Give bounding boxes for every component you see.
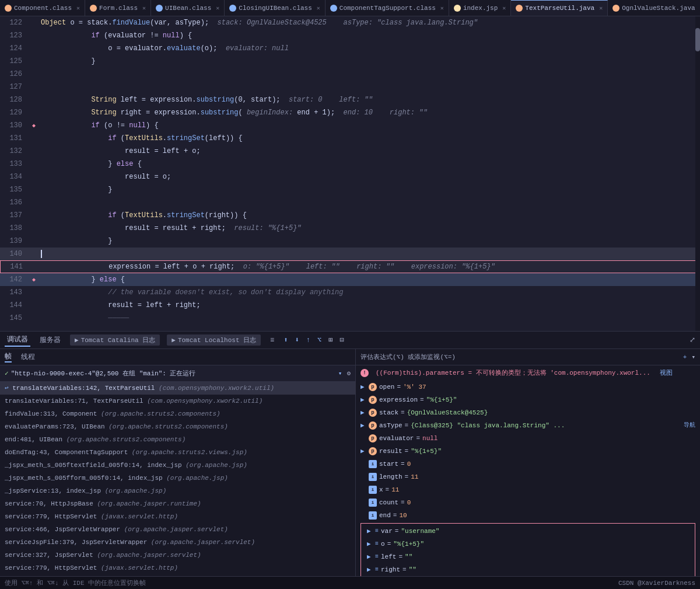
watch-nav-astype[interactable]: 导航: [684, 420, 695, 431]
watch-name-result: result: [379, 446, 402, 456]
code-icon[interactable]: ⌥: [317, 336, 321, 344]
tab-close-index[interactable]: ✕: [502, 5, 506, 12]
frame-item-4[interactable]: end:481, UIBean (org.apache.struts2.comp…: [0, 433, 355, 446]
tab-component[interactable]: Component.class ✕: [0, 0, 85, 16]
watch-add-btn[interactable]: +: [683, 354, 687, 361]
frame-class-11: (org.apache.jasper.servlet): [124, 526, 228, 533]
watch-icon-end: i: [369, 511, 377, 520]
line-content-133: } else {: [38, 158, 700, 170]
code-line-122: 122 Object o = stack.findValue(var, asTy…: [0, 16, 700, 29]
frames-panel: 帧 线程 ✓ "http-nio-9000-exec-4"@2,500 在组 "…: [0, 349, 356, 576]
frame-item-9[interactable]: service:70, HttpJspBase (org.apache.jasp…: [0, 497, 355, 510]
tab-icon-uibean: [156, 5, 163, 12]
watch-val-astype: {Class@325} "class java.lang.String" ...: [411, 420, 565, 431]
tomcat-catalina-btn[interactable]: ▶ Tomcat Catalina 日志: [70, 334, 160, 346]
tab-label-closinguibean: ClosingUIBean.class: [239, 5, 312, 12]
tab-label-textparseutil: TextParseUtil.java: [525, 5, 594, 12]
thread-check-icon: ✓: [5, 370, 9, 377]
tab-textparseutil[interactable]: TextParseUtil.java ✕: [511, 0, 608, 16]
thread-name: "http-nio-9000-exec-4"@2,500 在组 "main": …: [11, 369, 196, 378]
tab-close-component[interactable]: ✕: [76, 5, 80, 12]
watch-icon-result: p: [369, 447, 377, 455]
frames-tab-frames[interactable]: 帧: [5, 351, 12, 363]
watch-val-count: 0: [407, 497, 411, 508]
frame-item-5[interactable]: doEndTag:43, ComponentTagSupport (org.ap…: [0, 446, 355, 459]
bottom-tab-debugger[interactable]: 调试器: [5, 333, 30, 347]
frame-item-11[interactable]: service:466, JspServletWrapper (org.apac…: [0, 523, 355, 536]
watch-name-end: end: [379, 510, 391, 521]
watch-item-error: ! ((Form)this).parameters = 不可转换的类型；无法将 …: [356, 365, 700, 381]
tab-ognlvaluestack[interactable]: OgnlValueStack.java ✕: [608, 0, 700, 16]
frame-location-12: serviceJspFile:379, JspServletWrapper: [5, 539, 151, 546]
line-num-136: 136: [0, 198, 29, 207]
code-lines: 122 Object o = stack.findValue(var, asTy…: [0, 16, 700, 331]
frame-location-10: service:779, HttpServlet: [5, 513, 101, 520]
frame-item-6[interactable]: _jspx_meth_s_005ftextfield_005f0:14, ind…: [0, 459, 355, 472]
frame-item-10[interactable]: service:779, HttpServlet (javax.servlet.…: [0, 510, 355, 523]
table-icon[interactable]: ⊞: [328, 336, 332, 344]
watch-icon-start: i: [369, 460, 377, 468]
frame-item-14[interactable]: service:779, HttpServlet (javax.servlet.…: [0, 562, 355, 574]
watch-settings-icon[interactable]: ▾: [691, 353, 695, 361]
frame-item-1[interactable]: translateVariables:71, TextParseUtil (co…: [0, 395, 355, 407]
watch-expand-stack[interactable]: ▶: [360, 407, 366, 418]
watch-eq-open: =: [397, 382, 401, 392]
watch-item-x: ▶ i x = 11: [356, 483, 700, 496]
frame-item-12[interactable]: serviceJspFile:379, JspServletWrapper (o…: [0, 536, 355, 549]
watch-item-left: ▶ ≡ left = "": [362, 550, 694, 563]
frame-location-3: evaluateParams:723, UIBean: [5, 423, 108, 430]
tab-icon-index: [454, 5, 461, 12]
frame-item-8[interactable]: _jspService:13, index_jsp (org.apache.js…: [0, 485, 355, 497]
tab-close-closinguibean[interactable]: ✕: [317, 5, 320, 12]
tab-close-textparseutil[interactable]: ✕: [599, 5, 603, 12]
watch-expand-right[interactable]: ▶: [367, 564, 373, 575]
thread-filter-icon[interactable]: ▾: [338, 370, 342, 377]
watch-icon-expression: p: [369, 396, 377, 404]
tab-close-uibean[interactable]: ✕: [216, 5, 219, 12]
tab-closinguibean[interactable]: ClosingUIBean.class ✕: [225, 0, 325, 16]
tab-index[interactable]: index.jsp ✕: [449, 0, 511, 16]
frame-class-4: (org.apache.struts2.components): [66, 436, 186, 443]
frame-item-7[interactable]: _jspx_meth_s_005fform_005f0:14, index_js…: [0, 472, 355, 485]
line-num-141: 141: [1, 263, 30, 271]
watch-expand-astype[interactable]: ▶: [360, 420, 366, 431]
code-content: 122 Object o = stack.findValue(var, asTy…: [0, 16, 700, 331]
up-icon[interactable]: ⬆: [284, 336, 288, 344]
line-num-126: 126: [0, 70, 29, 78]
tab-uibean[interactable]: UIBean.class ✕: [151, 0, 225, 16]
watch-expand-var[interactable]: ▶: [367, 526, 373, 536]
code-line-131: 131 if (TextUtils.stringSet(left)) {: [0, 132, 700, 145]
watch-expand-open[interactable]: ▶: [360, 382, 366, 392]
bottom-tab-server[interactable]: 服务器: [37, 334, 63, 346]
frame-item-2[interactable]: findValue:313, Component (org.apache.str…: [0, 407, 355, 420]
watch-icon-x: i: [369, 486, 377, 494]
line-num-132: 132: [0, 147, 29, 155]
vertical-scrollbar-thumb[interactable]: [695, 28, 700, 51]
line-num-137: 137: [0, 211, 29, 219]
thread-settings-icon[interactable]: ⚙: [346, 370, 351, 377]
download-icon[interactable]: ⬇: [295, 336, 299, 344]
tomcat-localhost-btn[interactable]: ▶ Tomcat Localhost 日志: [167, 334, 261, 346]
watch-view-btn[interactable]: 视图: [660, 368, 673, 378]
frame-item-3[interactable]: evaluateParams:723, UIBean (org.apache.s…: [0, 420, 355, 433]
fullscreen-icon[interactable]: ⤢: [690, 336, 695, 344]
frame-item-0[interactable]: ↩ translateVariables:142, TextParseUtil …: [0, 382, 355, 395]
tab-close-componenttagsupport[interactable]: ✕: [440, 5, 444, 12]
watch-expand-expression[interactable]: ▶: [360, 395, 366, 405]
frames-tab-thread[interactable]: 线程: [21, 352, 35, 362]
vertical-scrollbar[interactable]: [695, 16, 700, 331]
tab-form[interactable]: Form.class ✕: [85, 0, 151, 16]
tab-close-form[interactable]: ✕: [142, 5, 146, 12]
watch-expand-result[interactable]: ▶: [360, 446, 366, 456]
watch-icon-open: p: [369, 383, 377, 391]
watch-icon-count: i: [369, 499, 377, 507]
line-num-131: 131: [0, 134, 29, 142]
frame-item-13[interactable]: service:327, JspServlet (org.apache.jasp…: [0, 549, 355, 562]
tab-label-component: Component.class: [14, 5, 72, 12]
watch-expand-o[interactable]: ▶: [367, 539, 373, 549]
upload-icon[interactable]: ↑: [306, 336, 310, 344]
split-icon[interactable]: ⊟: [340, 336, 344, 344]
tab-componenttagsupport[interactable]: ComponentTagSupport.class ✕: [326, 0, 449, 16]
watch-expand-left[interactable]: ▶: [367, 552, 373, 562]
watch-val-end: 10: [399, 510, 407, 521]
